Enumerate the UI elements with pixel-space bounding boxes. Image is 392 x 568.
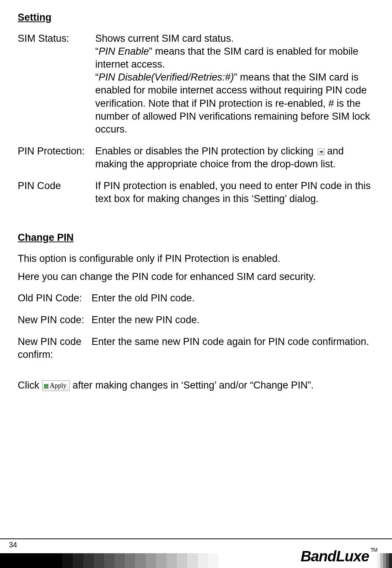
sim-status-italic1: PIN Enable bbox=[99, 46, 149, 57]
sim-status-italic2: PIN Disable(Verified/Retries:#) bbox=[99, 72, 234, 83]
term-new-pin-confirm: New PIN code confirm: bbox=[18, 335, 92, 361]
click-instruction: Click Apply after making changes in ‘Set… bbox=[18, 379, 374, 392]
row-new-pin-confirm: New PIN code confirm: Enter the same new… bbox=[18, 335, 374, 361]
logo-text: BandLuxe bbox=[300, 548, 369, 564]
logo-tm: TM bbox=[371, 547, 377, 553]
page-number: 34 bbox=[9, 540, 17, 550]
gradient-bar bbox=[0, 553, 229, 568]
brand-logo: BandLuxeTM bbox=[300, 547, 377, 566]
section-setting: Setting SIM Status: Shows current SIM ca… bbox=[18, 11, 374, 205]
term-old-pin: Old PIN Code: bbox=[18, 292, 92, 305]
row-old-pin: Old PIN Code: Enter the old PIN code. bbox=[18, 292, 374, 305]
row-pin-code: PIN Code If PIN protection is enabled, y… bbox=[18, 179, 374, 205]
dropdown-icon[interactable] bbox=[318, 148, 324, 155]
term-pin-protection: PIN Protection: bbox=[18, 145, 95, 171]
right-gradient bbox=[377, 553, 392, 568]
apply-label: Apply bbox=[50, 382, 66, 389]
row-pin-protection: PIN Protection: Enables or disables the … bbox=[18, 145, 374, 171]
sim-status-q1: “ bbox=[95, 46, 99, 57]
desc-old-pin: Enter the old PIN code. bbox=[92, 292, 374, 305]
desc-pin-code: If PIN protection is enabled, you need t… bbox=[95, 179, 374, 205]
change-pin-intro2: Here you can change the PIN code for enh… bbox=[18, 270, 374, 283]
desc-new-pin-confirm: Enter the same new PIN code again for PI… bbox=[92, 335, 374, 361]
change-pin-rows: Old PIN Code: Enter the old PIN code. Ne… bbox=[18, 292, 374, 361]
pin-protection-before: Enables or disables the PIN protection b… bbox=[95, 146, 316, 157]
click-after: after making changes in ‘Setting’ and/or… bbox=[73, 380, 314, 391]
click-before: Click bbox=[18, 380, 42, 391]
change-pin-intro1: This option is configurable only if PIN … bbox=[18, 252, 374, 265]
desc-pin-protection: Enables or disables the PIN protection b… bbox=[95, 145, 374, 171]
term-new-pin: New PIN code: bbox=[18, 314, 92, 326]
row-new-pin: New PIN code: Enter the new PIN code. bbox=[18, 314, 374, 326]
term-sim-status: SIM Status: bbox=[18, 32, 95, 136]
footer-line bbox=[0, 538, 392, 539]
heading-setting: Setting bbox=[18, 11, 374, 24]
sim-status-q2: “ bbox=[95, 72, 99, 83]
page-footer: 34 BandLuxeTM bbox=[0, 546, 392, 568]
sim-status-line1: Shows current SIM card status. bbox=[95, 33, 234, 44]
row-sim-status: SIM Status: Shows current SIM card statu… bbox=[18, 32, 374, 136]
heading-change-pin: Change PIN bbox=[18, 231, 374, 244]
section-change-pin: Change PIN This option is configurable o… bbox=[18, 231, 374, 392]
term-pin-code: PIN Code bbox=[18, 179, 95, 205]
apply-icon bbox=[44, 384, 48, 389]
desc-sim-status: Shows current SIM card status. “PIN Enab… bbox=[95, 32, 374, 136]
desc-new-pin: Enter the new PIN code. bbox=[92, 314, 374, 326]
apply-button[interactable]: Apply bbox=[42, 380, 70, 391]
